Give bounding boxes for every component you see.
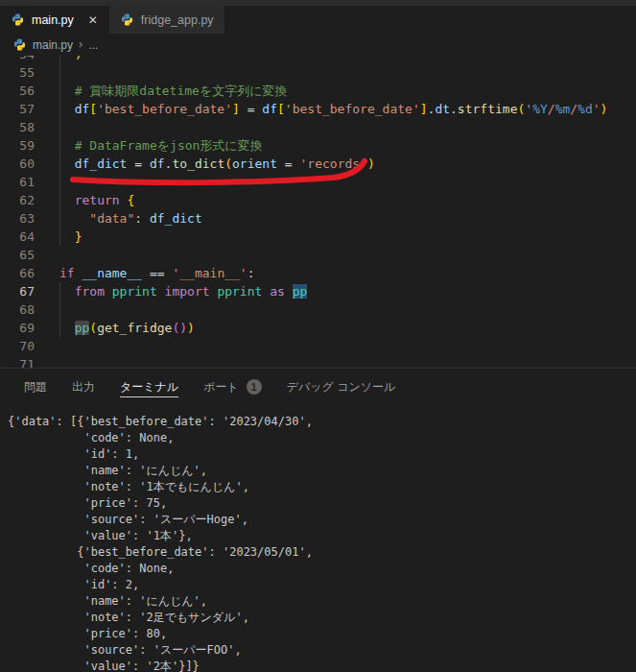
panel-tab-output[interactable]: 出力	[59, 369, 107, 405]
panel-tab-problems[interactable]: 問題	[12, 369, 59, 405]
panel-tab-ports[interactable]: ポート1	[191, 369, 274, 405]
breadcrumb-file[interactable]: main.py	[33, 38, 73, 52]
code-text: return {	[46, 191, 134, 209]
line-number: 69	[0, 319, 46, 337]
ports-count-badge: 1	[247, 379, 262, 395]
code-text: "data": df_dict	[46, 209, 202, 228]
line-number: 54	[0, 56, 46, 63]
panel-tab-label: 出力	[72, 379, 95, 396]
code-text: }	[46, 228, 82, 246]
code-line: 65	[0, 246, 636, 264]
tab-label: main.py	[32, 13, 74, 27]
line-number: 62	[0, 191, 46, 209]
code-line: 63 "data": df_dict	[0, 209, 636, 228]
code-text: # 賞味期限datetimeを文字列に変換	[46, 82, 288, 100]
code-line: 62 return {	[0, 191, 636, 209]
code-text: df_dict = df.to_dict(orient = 'records')	[46, 155, 375, 173]
code-line: 55	[0, 63, 636, 82]
code-editor[interactable]: 54 )5556 # 賞味期限datetimeを文字列に変換57 df['bes…	[0, 56, 636, 368]
line-number: 58	[0, 118, 46, 136]
line-number: 68	[0, 300, 46, 319]
line-number: 65	[0, 246, 46, 264]
code-text	[46, 337, 59, 355]
terminal-line: 'value': '2本'}]}	[8, 659, 636, 672]
python-file-icon	[120, 12, 134, 27]
code-text	[46, 63, 59, 82]
panel-tab-label: ターミナル	[120, 379, 178, 396]
code-text	[46, 246, 59, 264]
line-number: 63	[0, 209, 46, 228]
code-text: df['best_before_date'] = df['best_before…	[46, 100, 607, 118]
code-line: 57 df['best_before_date'] = df['best_bef…	[0, 100, 636, 118]
code-text: if __name__ == '__main__':	[46, 264, 255, 282]
tab-main-py[interactable]: main.py✕	[0, 6, 109, 34]
code-line: 70	[0, 337, 636, 355]
panel-tab-label: ポート	[203, 379, 239, 396]
terminal-line: {'best_before_date': '2023/05/01',	[8, 544, 636, 561]
panel-tab-label: 問題	[24, 379, 47, 396]
code-line: 59 # DataFrameをjson形式に変換	[0, 136, 636, 155]
terminal-line: 'id': 1,	[8, 446, 636, 463]
code-line: 69 pp(get_fridge())	[0, 319, 636, 337]
code-text	[46, 173, 59, 191]
breadcrumb-rest[interactable]: ...	[88, 38, 98, 52]
code-line: 60 df_dict = df.to_dict(orient = 'record…	[0, 155, 636, 173]
code-line: 71	[0, 355, 636, 368]
terminal-line: 'name': 'にんじん',	[8, 463, 636, 479]
terminal-line: 'source': 'スーパーHoge',	[8, 512, 636, 528]
code-text: # DataFrameをjson形式に変換	[46, 136, 263, 155]
line-number: 56	[0, 82, 46, 100]
line-number: 55	[0, 63, 46, 82]
panel-tab-bar: 問題出力ターミナルポート1デバッグ コンソール	[0, 369, 636, 405]
code-text	[46, 355, 59, 368]
terminal-line: 'note': '2足でもサンダル',	[8, 610, 636, 626]
panel-tab-terminal[interactable]: ターミナル	[107, 369, 191, 405]
code-line: 54 )	[0, 56, 636, 63]
terminal-line: 'value': '1本'},	[8, 528, 636, 544]
code-line: 58	[0, 118, 636, 136]
code-line: 56 # 賞味期限datetimeを文字列に変換	[0, 82, 636, 100]
python-file-icon	[12, 37, 27, 52]
tab-fridge-app-py[interactable]: fridge_app.py	[109, 6, 225, 34]
code-text: from pprint import pprint as pp	[46, 282, 307, 300]
terminal-line: 'note': '1本でもにんじん',	[8, 479, 636, 495]
code-text	[46, 300, 59, 319]
terminal-line: 'name': 'にんじん',	[8, 593, 636, 610]
terminal-line: 'source': 'スーパーFOO',	[8, 642, 636, 659]
code-line: 61	[0, 173, 636, 191]
code-line: 66if __name__ == '__main__':	[0, 264, 636, 282]
code-text: )	[46, 56, 82, 63]
panel-tab-debug-console[interactable]: デバッグ コンソール	[274, 369, 409, 405]
terminal-line: 'id': 2,	[8, 577, 636, 593]
line-number: 71	[0, 355, 46, 368]
terminal-line: 'code': None,	[8, 430, 636, 446]
bottom-panel: 問題出力ターミナルポート1デバッグ コンソール {'data': [{'best…	[0, 368, 636, 672]
terminal-line: 'code': None,	[8, 561, 636, 577]
code-lines: 54 )5556 # 賞味期限datetimeを文字列に変換57 df['bes…	[0, 56, 636, 368]
python-file-icon	[11, 12, 25, 27]
code-line: 68	[0, 300, 636, 319]
line-number: 67	[0, 282, 46, 300]
terminal-line: 'price': 80,	[8, 626, 636, 642]
chevron-right-icon: ›	[79, 36, 82, 51]
line-number: 70	[0, 337, 46, 355]
code-text	[46, 118, 59, 136]
breadcrumb: main.py › ...	[0, 34, 636, 56]
vscode-window: main.py✕ fridge_app.py main.py › ... 54 …	[0, 0, 636, 672]
terminal-line: {'data': [{'best_before_date': '2023/04/…	[8, 414, 636, 430]
code-text: pp(get_fridge())	[46, 319, 195, 337]
tab-label: fridge_app.py	[141, 13, 214, 27]
terminal-output[interactable]: {'data': [{'best_before_date': '2023/04/…	[0, 405, 636, 672]
terminal-line: 'price': 75,	[8, 495, 636, 512]
line-number: 61	[0, 173, 46, 191]
code-line: 67 from pprint import pprint as pp	[0, 282, 636, 300]
code-line: 64 }	[0, 228, 636, 246]
panel-tab-label: デバッグ コンソール	[287, 379, 396, 396]
editor-tab-bar: main.py✕ fridge_app.py	[0, 6, 636, 34]
line-number: 59	[0, 136, 46, 155]
close-icon[interactable]: ✕	[88, 14, 98, 26]
line-number: 66	[0, 264, 46, 282]
line-number: 60	[0, 155, 46, 173]
line-number: 57	[0, 100, 46, 118]
line-number: 64	[0, 228, 46, 246]
